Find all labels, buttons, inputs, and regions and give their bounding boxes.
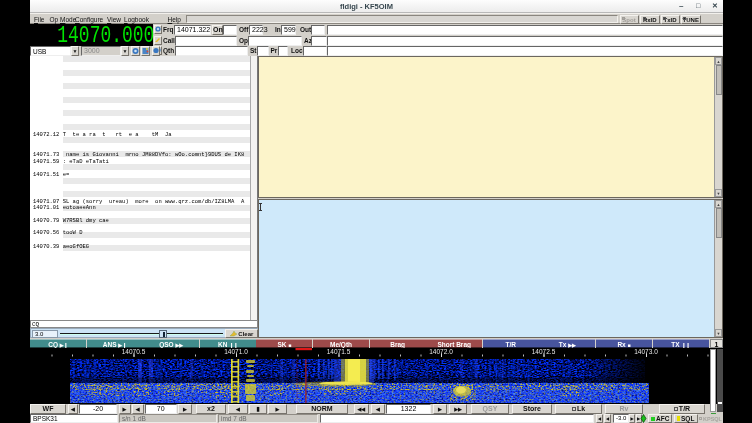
svg-text:14072.5: 14072.5 [532,348,556,355]
svg-text:14072.0: 14072.0 [429,348,453,355]
svg-text:14073.0: 14073.0 [634,348,658,355]
svg-text:14071.5: 14071.5 [327,348,351,355]
svg-text:14070.5: 14070.5 [122,348,146,355]
svg-text:14071.0: 14071.0 [224,348,248,355]
